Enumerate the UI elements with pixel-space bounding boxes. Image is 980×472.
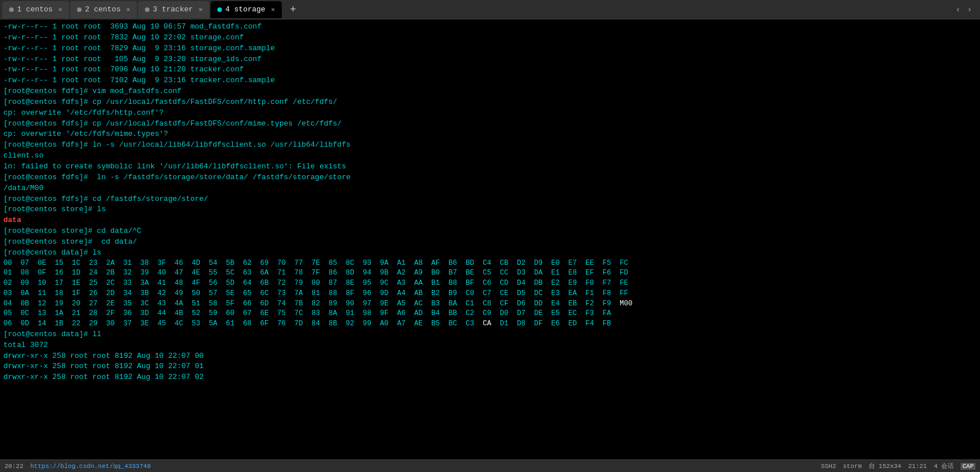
status-ssh: SSH2 — [821, 463, 836, 470]
status-storm: storm — [843, 463, 862, 470]
hex-row-1: 01 08 0F 16 1D 24 2B 32 39 40 47 4E 55 5… — [3, 268, 977, 279]
tab-4-dot — [217, 7, 222, 12]
hex-row-3: 03 0A 11 18 1F 26 2D 34 3B 42 49 50 57 5… — [3, 289, 977, 299]
tab-2-close[interactable]: ✕ — [126, 6, 130, 13]
new-tab-button[interactable]: + — [285, 3, 301, 17]
tab-4-close[interactable]: ✕ — [271, 6, 275, 13]
hex-row-6: 06 0D 14 1B 22 29 30 37 3E 45 4C 53 5A 6… — [3, 319, 977, 329]
hex-row-4: 04 0B 12 19 20 27 2E 35 3C 43 4A 51 58 5… — [3, 299, 977, 309]
terminal-data-dir: data — [3, 215, 977, 226]
status-caps: CAP — [961, 463, 975, 470]
terminal-line-4: -rw-r--r-- 1 root root 105 Aug 9 23:20 s… — [3, 54, 977, 65]
terminal-line-9: cp: overwrite '/etc/fdfs/http.conf'? — [3, 108, 977, 119]
status-time-left: 20:22 — [5, 463, 23, 470]
terminal-line-dir01: drwxr-xr-x 258 root root 8192 Aug 10 22:… — [3, 361, 977, 372]
terminal-line-2: -rw-r--r-- 1 root root 7832 Aug 10 22:02… — [3, 33, 977, 43]
terminal-content[interactable]: -rw-r--r-- 1 root root 3693 Aug 10 06:57… — [0, 19, 980, 459]
hex-row-0: 00 07 0E 15 1C 23 2A 31 38 3F 46 4D 54 5… — [3, 259, 977, 269]
terminal-line-19: [root@centos store]# cd data/^C — [3, 226, 977, 237]
nav-left-icon[interactable]: ‹ — [953, 4, 962, 15]
tab-1-close[interactable]: ✕ — [58, 6, 62, 13]
status-time2: 21:21 — [908, 463, 927, 470]
tab-3-label: 3 tracker — [153, 5, 193, 14]
terminal-line-dir00: drwxr-xr-x 258 root root 8192 Aug 10 22:… — [3, 351, 977, 362]
tab-1-label: 1 centos — [17, 5, 52, 14]
terminal-line-ll: [root@centos data]# ll — [3, 329, 977, 340]
nav-right-icon[interactable]: › — [965, 4, 974, 15]
tab-2-centos[interactable]: 2 centos ✕ — [70, 1, 137, 18]
hex-row-2: 02 09 10 17 1E 25 2C 33 3A 41 48 4F 56 5… — [3, 279, 977, 289]
hex-row-5: 05 0C 13 1A 21 28 2F 36 3D 44 4B 52 59 6… — [3, 309, 977, 319]
status-csdn-link[interactable]: https://blog.csdn.net/qq_4333748 — [30, 463, 151, 470]
status-encoding: 自 152x34 — [869, 462, 901, 470]
terminal-line-16: /data/M00 — [3, 183, 977, 194]
terminal-line-13: client.so — [3, 151, 977, 162]
tab-2-label: 2 centos — [85, 5, 120, 14]
status-right: SSH2 storm 自 152x34 21:21 4 会话 CAP — [821, 462, 975, 470]
tab-4-storage[interactable]: 4 storage ✕ — [210, 1, 282, 18]
terminal-line-6: -rw-r--r-- 1 root root 7102 Aug 9 23:16 … — [3, 75, 977, 86]
tab-1-centos[interactable]: 1 centos ✕ — [2, 1, 69, 18]
nav-arrows: ‹ › — [953, 4, 978, 15]
tab-3-tracker[interactable]: 3 tracker ✕ — [138, 1, 209, 18]
terminal-line-20: [root@centos store]# cd data/ — [3, 237, 977, 248]
tab-1-dot — [9, 7, 14, 12]
terminal-line-14: ln: failed to create symbolic link '/usr… — [3, 162, 977, 172]
terminal-line-1: -rw-r--r-- 1 root root 3693 Aug 10 06:57… — [3, 22, 977, 33]
terminal-line-3: -rw-r--r-- 1 root root 7829 Aug 9 23:16 … — [3, 43, 977, 54]
terminal-line-21: [root@centos data]# ls — [3, 248, 977, 259]
tab-3-close[interactable]: ✕ — [199, 6, 203, 13]
terminal-line-8: [root@centos fdfs]# cp /usr/local/fastdf… — [3, 97, 977, 108]
terminal-line-total: total 3072 — [3, 340, 977, 351]
tab-2-dot — [77, 7, 82, 12]
terminal-line-17: [root@centos fdfs]# cd /fastdfs/storage/… — [3, 194, 977, 205]
terminal-line-12: [root@centos fdfs]# ln -s /usr/local/lib… — [3, 140, 977, 151]
tab-4-label: 4 storage — [225, 5, 265, 14]
terminal-line-7: [root@centos fdfs]# vim mod_fastdfs.conf — [3, 86, 977, 97]
status-link: https://blog.csdn.net/qq_4333748 — [30, 463, 151, 470]
terminal-line-dir02: drwxr-xr-x 258 root root 8192 Aug 10 22:… — [3, 372, 977, 383]
tab-bar: 1 centos ✕ 2 centos ✕ 3 tracker ✕ 4 stor… — [0, 0, 980, 19]
terminal-line-15: [root@centos fdfs]# ln -s /fastdfs/stora… — [3, 172, 977, 183]
terminal-line-18: [root@centos store]# ls — [3, 204, 977, 215]
terminal-line-5: -rw-r--r-- 1 root root 7096 Aug 10 21:20… — [3, 64, 977, 75]
status-count: 4 会话 — [934, 462, 954, 470]
tab-3-dot — [145, 7, 149, 12]
hex-grid: 00 07 0E 15 1C 23 2A 31 38 3F 46 4D 54 5… — [3, 259, 977, 329]
terminal-line-10: [root@centos fdfs]# cp /usr/local/fastdf… — [3, 119, 977, 130]
terminal-line-11: cp: overwrite '/etc/fdfs/mime.types'? — [3, 129, 977, 140]
status-bar: 20:22 https://blog.csdn.net/qq_4333748 S… — [0, 459, 980, 472]
